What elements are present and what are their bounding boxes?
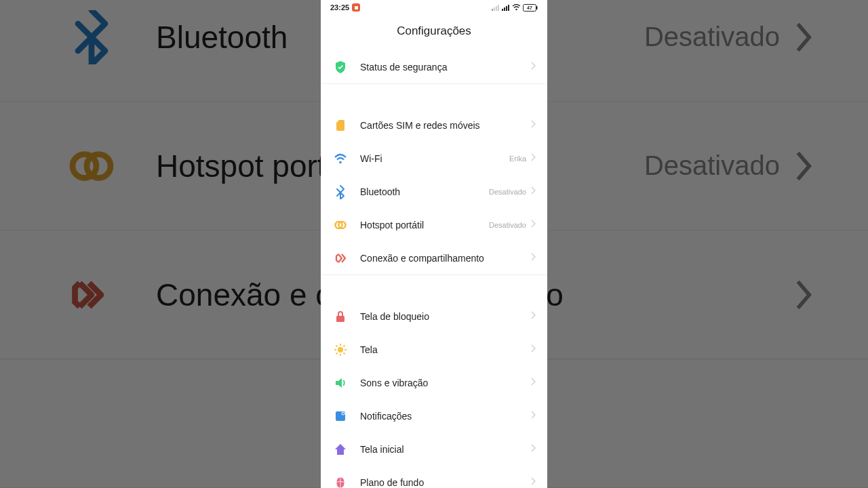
row-label: Bluetooth <box>360 186 489 197</box>
row-label: Conexão e compartilhamento <box>360 253 530 264</box>
battery-icon: 47 <box>523 4 538 12</box>
row-label: Tela <box>360 344 530 355</box>
svg-rect-6 <box>502 9 503 11</box>
sound-icon <box>333 375 348 390</box>
settings-row-bluetooth[interactable]: BluetoothDesativado <box>321 175 547 208</box>
settings-row-sun[interactable]: Tela <box>321 333 547 366</box>
settings-row-share[interactable]: Conexão e compartilhamento <box>321 241 547 274</box>
settings-row-lock[interactable]: Tela de bloqueio <box>321 300 547 333</box>
chevron-right-icon <box>530 377 536 389</box>
page-title: Configurações <box>321 15 547 50</box>
row-label: Plano de fundo <box>360 477 530 488</box>
home-icon <box>333 442 348 457</box>
signal-icon-2 <box>502 5 510 11</box>
chevron-right-icon <box>530 344 536 356</box>
chevron-right-icon <box>530 219 536 231</box>
bluetooth-icon <box>333 184 348 199</box>
settings-group: Status de segurança <box>321 50 547 84</box>
chevron-right-icon <box>530 61 536 73</box>
svg-rect-7 <box>504 7 505 11</box>
chevron-right-icon <box>530 476 536 489</box>
row-status: Desativado <box>489 221 526 229</box>
svg-rect-8 <box>506 6 507 11</box>
svg-rect-4 <box>496 6 497 11</box>
lock-icon <box>333 309 348 324</box>
bell-icon <box>333 409 348 424</box>
signal-icon-1 <box>492 5 500 11</box>
svg-text:47: 47 <box>527 5 532 10</box>
svg-rect-2 <box>492 9 493 11</box>
row-label: Notificações <box>360 411 530 422</box>
svg-rect-9 <box>508 5 509 11</box>
settings-row-wallpaper[interactable]: Plano de fundo <box>321 466 547 488</box>
settings-group: Cartões SIM e redes móveisWi-FiErikaBlue… <box>321 108 547 275</box>
svg-rect-12 <box>536 6 538 9</box>
chevron-right-icon <box>530 186 536 198</box>
recording-icon <box>352 3 360 12</box>
row-status: Desativado <box>489 188 526 196</box>
chevron-right-icon <box>530 310 536 323</box>
chevron-right-icon <box>530 152 536 165</box>
row-status: Erika <box>509 155 526 163</box>
status-bar: 23:25 47 <box>321 0 547 15</box>
row-label: Sons e vibração <box>360 378 530 388</box>
settings-row-sound[interactable]: Sons e vibração <box>321 366 547 399</box>
svg-rect-5 <box>498 5 499 11</box>
chevron-right-icon <box>530 252 536 264</box>
shield-icon <box>333 60 348 75</box>
row-label: Tela de bloqueio <box>360 311 530 322</box>
status-time: 23:25 <box>330 3 349 12</box>
sun-icon <box>333 342 348 357</box>
svg-point-0 <box>73 154 96 178</box>
hotspot-icon <box>333 218 348 232</box>
wifi-icon <box>333 151 348 166</box>
row-label: Wi-Fi <box>360 153 509 164</box>
row-label: Status de segurança <box>360 62 530 73</box>
settings-row-hotspot[interactable]: Hotspot portátilDesativado <box>321 208 547 241</box>
settings-row-bell[interactable]: Notificações <box>321 399 547 432</box>
share-icon <box>333 251 348 266</box>
settings-row-home[interactable]: Tela inicial <box>321 432 547 466</box>
wifi-status-icon <box>512 4 521 11</box>
group-gap <box>321 84 547 108</box>
chevron-right-icon <box>530 443 536 455</box>
row-label: Hotspot portátil <box>360 220 489 230</box>
row-label: Tela inicial <box>360 444 530 455</box>
sim-icon <box>333 118 348 133</box>
chevron-right-icon <box>530 410 536 422</box>
group-gap <box>321 275 547 300</box>
chevron-right-icon <box>530 119 536 131</box>
wallpaper-icon <box>333 475 348 489</box>
settings-row-sim[interactable]: Cartões SIM e redes móveis <box>321 108 547 142</box>
row-label: Cartões SIM e redes móveis <box>360 120 530 131</box>
settings-list[interactable]: Status de segurançaCartões SIM e redes m… <box>321 50 547 488</box>
svg-point-10 <box>515 9 517 10</box>
settings-row-wifi[interactable]: Wi-FiErika <box>321 142 547 175</box>
svg-point-1 <box>87 154 111 178</box>
settings-group: Tela de bloqueioTelaSons e vibraçãoNotif… <box>321 300 547 488</box>
phone-frame: 23:25 47 Configurações Status de seguran… <box>321 0 547 488</box>
svg-rect-3 <box>494 7 495 11</box>
settings-row-shield[interactable]: Status de segurança <box>321 50 547 83</box>
